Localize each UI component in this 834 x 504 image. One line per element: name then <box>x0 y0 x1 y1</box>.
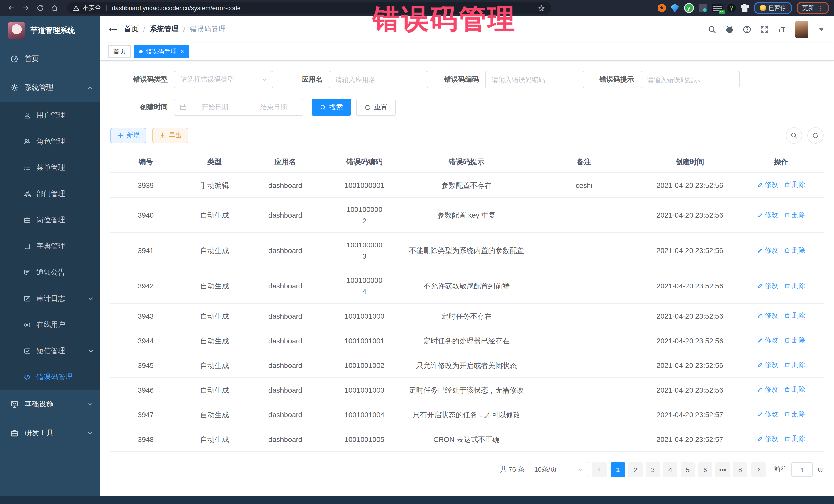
prev-page-button[interactable] <box>592 462 607 477</box>
breadcrumb-item[interactable]: 系统管理 <box>150 25 179 34</box>
breadcrumb-item[interactable]: 首页 <box>124 25 138 34</box>
error-tip-input[interactable] <box>640 71 739 88</box>
delete-link[interactable]: 删除 <box>784 384 805 395</box>
next-page-button[interactable] <box>751 462 766 477</box>
edit-link[interactable]: 修改 <box>757 409 778 420</box>
edit-link[interactable]: 修改 <box>757 384 778 395</box>
app-logo[interactable]: 芋道管理系统 <box>0 16 100 45</box>
page-button-1[interactable]: 1 <box>611 462 625 477</box>
delete-link[interactable]: 删除 <box>784 209 805 220</box>
delete-link[interactable]: 删除 <box>784 335 805 346</box>
sidebar-item-log[interactable]: 审计日志 <box>0 285 100 311</box>
cell-code: 1001001005 <box>323 427 406 452</box>
browser-home-icon[interactable] <box>48 2 61 14</box>
sidebar-item-online[interactable]: 在线用户 <box>0 311 100 338</box>
user-avatar[interactable] <box>795 21 808 38</box>
browser-back-icon[interactable] <box>5 2 18 14</box>
page-button-6[interactable]: 6 <box>698 462 712 477</box>
delete-link[interactable]: 删除 <box>784 179 805 191</box>
browser-forward-icon[interactable] <box>20 2 32 14</box>
sidebar-item-tools[interactable]: 研发工具 <box>0 419 100 447</box>
refresh-table-button[interactable] <box>807 127 824 144</box>
gem-extension-icon[interactable] <box>671 4 679 12</box>
key-extension-icon[interactable]: ⚲ <box>727 4 736 12</box>
edit-link[interactable]: 修改 <box>757 359 778 371</box>
reset-button[interactable]: 重置 <box>356 98 396 116</box>
browser-reload-icon[interactable] <box>34 2 46 14</box>
sidebar-item-code[interactable]: 错误码管理 <box>0 364 100 390</box>
tab-active[interactable]: 错误码管理× <box>134 45 189 58</box>
tab-item[interactable]: 首页 <box>108 45 131 58</box>
page-ellipsis[interactable]: ••• <box>716 462 730 477</box>
range-separator: - <box>243 104 246 111</box>
list-on-extension-icon[interactable]: on <box>711 4 722 12</box>
page-button-4[interactable]: 4 <box>663 462 678 477</box>
pencil-icon <box>757 212 763 218</box>
delete-link[interactable]: 删除 <box>784 310 805 321</box>
paused-badge[interactable]: 已暂停 <box>754 2 792 14</box>
page-button-8[interactable]: 8 <box>733 462 747 477</box>
cell-app: dashboard <box>248 268 323 304</box>
cell-code: 1001001002 <box>323 353 406 377</box>
edit-link[interactable]: 修改 <box>757 280 778 291</box>
page-button-2[interactable]: 2 <box>628 462 642 477</box>
edit-link[interactable]: 修改 <box>757 245 778 256</box>
page-button-3[interactable]: 3 <box>646 462 660 477</box>
cell-type: 自动生成 <box>181 304 248 328</box>
sidebar: 芋道管理系统 首页系统管理用户管理角色管理菜单管理部门管理岗位管理字典管理通知公… <box>0 16 100 504</box>
goto-page-input[interactable] <box>791 462 813 477</box>
puzzle-extension-icon[interactable] <box>740 4 749 12</box>
delete-link[interactable]: 删除 <box>784 280 805 291</box>
sidebar-item-user[interactable]: 用户管理 <box>0 102 100 128</box>
table-row: 3946自动生成dashboard1001001003定时任务已经处于该状态，无… <box>110 377 824 402</box>
tabs-bar: 首页错误码管理× <box>100 43 834 61</box>
app-name-input[interactable] <box>329 71 428 88</box>
chevron-down-icon[interactable] <box>817 25 826 34</box>
delete-link[interactable]: 删除 <box>784 245 805 256</box>
navbar: 首页/系统管理/错误码管理 TT <box>100 16 834 43</box>
grid-extension-icon[interactable] <box>698 4 707 12</box>
sidebar-item-megaphone[interactable]: 通知公告 <box>0 259 100 285</box>
address-bar[interactable]: 不安全 dashboard.yudao.iocoder.cn/system/er… <box>67 2 551 14</box>
cell-remark <box>527 328 641 353</box>
sidebar-item-gear[interactable]: 系统管理 <box>0 73 100 102</box>
edit-link[interactable]: 修改 <box>757 179 778 191</box>
search-button[interactable]: 搜索 <box>311 98 351 116</box>
green-y-extension-icon[interactable]: y <box>684 3 694 13</box>
sidebar-item-menu-list[interactable]: 菜单管理 <box>0 154 100 181</box>
export-button[interactable]: 导出 <box>152 128 188 143</box>
error-code-input[interactable] <box>485 71 584 88</box>
date-range-picker[interactable]: 开始日期 - 结束日期 <box>174 98 303 116</box>
update-button[interactable]: 更新⋮ <box>796 2 829 14</box>
sidebar-item-users[interactable]: 角色管理 <box>0 128 100 154</box>
delete-link[interactable]: 删除 <box>784 359 805 371</box>
edit-link[interactable]: 修改 <box>757 310 778 321</box>
fontsize-icon[interactable]: TT <box>777 25 786 34</box>
add-button[interactable]: 新增 <box>110 128 146 143</box>
table-row: 3948自动生成dashboard1001001005CRON 表达式不正确20… <box>110 427 824 452</box>
edit-link[interactable]: 修改 <box>757 433 778 444</box>
close-tab-icon[interactable]: × <box>181 48 184 54</box>
error-type-select[interactable]: 请选择错误码类型 <box>174 71 273 88</box>
search-icon[interactable] <box>708 25 717 34</box>
edit-link[interactable]: 修改 <box>757 209 778 220</box>
github-icon[interactable] <box>725 25 734 34</box>
delete-link[interactable]: 删除 <box>784 433 805 444</box>
sidebar-item-org-tree[interactable]: 部门管理 <box>0 181 100 207</box>
sidebar-item-sms[interactable]: 短信管理 <box>0 338 100 364</box>
sidebar-collapse-icon[interactable] <box>108 25 117 34</box>
toggle-search-button[interactable] <box>786 127 802 144</box>
bookmark-star-icon[interactable] <box>538 4 545 12</box>
page-button-5[interactable]: 5 <box>681 462 695 477</box>
delete-link[interactable]: 删除 <box>784 409 805 420</box>
page-size-select[interactable]: 10条/页 <box>529 462 588 477</box>
sidebar-item-infra[interactable]: 基础设施 <box>0 390 100 419</box>
fullscreen-icon[interactable] <box>760 25 769 34</box>
kebab-menu-icon[interactable]: ⋮ <box>817 5 823 10</box>
orange-ring-extension-icon[interactable] <box>657 4 666 12</box>
sidebar-item-book[interactable]: 字典管理 <box>0 233 100 259</box>
sidebar-item-dashboard[interactable]: 首页 <box>0 45 100 73</box>
help-icon[interactable] <box>743 25 751 34</box>
sidebar-item-badge[interactable]: 岗位管理 <box>0 207 100 233</box>
edit-link[interactable]: 修改 <box>757 335 778 346</box>
